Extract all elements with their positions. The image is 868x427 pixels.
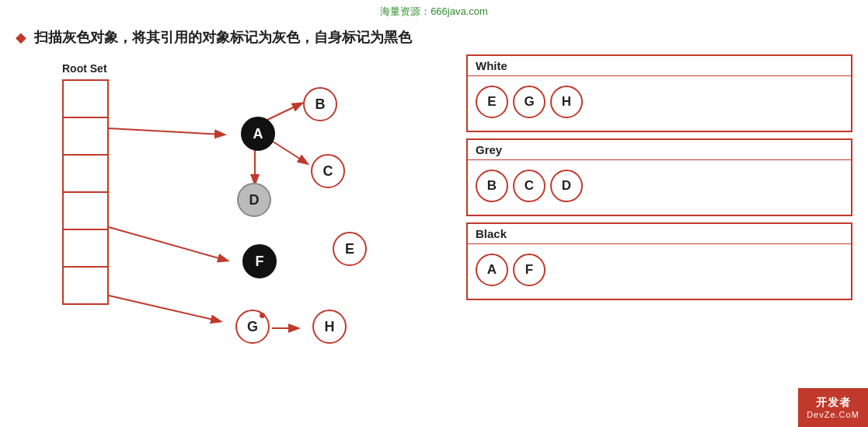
node-B: B: [303, 87, 337, 121]
root-cell-4: [64, 193, 107, 230]
cat-node-H: H: [550, 86, 583, 118]
category-grey-header: Grey: [468, 140, 851, 160]
content-area: Root Set: [0, 54, 868, 358]
svg-line-4: [270, 140, 307, 163]
watermark-line2: DevZe.CoM: [807, 410, 859, 419]
node-E: E: [333, 232, 367, 266]
category-white-header: White: [468, 56, 851, 76]
red-dot-g: [260, 313, 265, 318]
svg-line-2: [109, 296, 220, 321]
source-text: 海量资源：666java.com: [380, 5, 488, 17]
cat-node-G: G: [513, 86, 546, 118]
node-C: C: [311, 154, 345, 188]
cat-node-A: A: [476, 254, 508, 286]
node-H: H: [312, 310, 347, 344]
cat-node-D: D: [550, 170, 583, 202]
watermark-line1: 开发者: [816, 396, 851, 410]
root-set-label: Root Set: [62, 62, 107, 75]
node-F: F: [242, 244, 277, 278]
category-black-items: A F: [468, 244, 851, 296]
category-black-header: Black: [468, 224, 851, 244]
cat-node-C: C: [513, 170, 546, 202]
category-grey-items: B C D: [468, 160, 851, 212]
root-cell-6: [64, 268, 107, 303]
cat-node-B: B: [476, 170, 508, 202]
root-cell-1: [64, 81, 107, 118]
svg-line-3: [266, 103, 302, 121]
diamond-icon: ◆: [16, 29, 26, 46]
svg-line-0: [109, 128, 224, 135]
root-cell-3: [64, 156, 107, 193]
cat-node-E: E: [476, 86, 508, 118]
category-white: White E G H: [466, 54, 852, 132]
svg-line-1: [109, 227, 227, 261]
subtitle-bar: ◆ 扫描灰色对象，将其引用的对象标记为灰色，自身标记为黑色: [0, 22, 868, 54]
category-white-items: E G H: [468, 76, 851, 128]
subtitle-text: 扫描灰色对象，将其引用的对象标记为灰色，自身标记为黑色: [34, 28, 412, 47]
root-cell-5: [64, 230, 107, 268]
watermark: 开发者 DevZe.CoM: [798, 388, 868, 427]
root-cell-2: [64, 118, 107, 156]
categories-section: White E G H Grey B C D Black A F: [466, 54, 852, 358]
category-grey: Grey B C D: [466, 138, 852, 216]
root-set-box: [62, 79, 109, 305]
diagram-section: Root Set: [16, 54, 451, 358]
cat-node-F: F: [513, 254, 546, 286]
node-D: D: [237, 183, 271, 217]
category-black: Black A F: [466, 222, 852, 300]
source-line: 海量资源：666java.com: [0, 0, 868, 22]
node-A: A: [241, 117, 275, 151]
